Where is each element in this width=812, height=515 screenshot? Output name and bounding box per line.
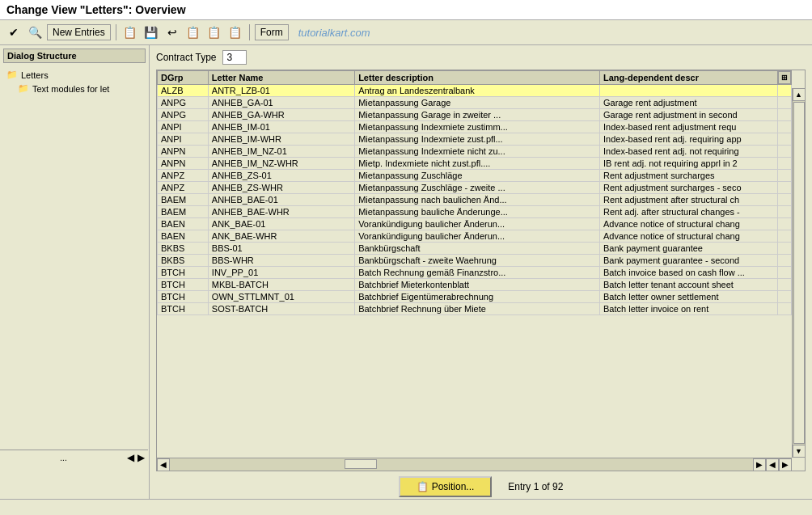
scroll-left-arrow[interactable]: ◀ bbox=[157, 458, 170, 471]
cell-dgrp: ANPG bbox=[158, 109, 209, 121]
cell-dgrp: ANPN bbox=[158, 146, 209, 158]
table-row[interactable]: BTCHMKBL-BATCHBatchbrief Mieterkontenbla… bbox=[158, 279, 792, 291]
cell-letter-desc: Mietanpassung bauliche Änderunge... bbox=[355, 206, 600, 218]
col-header-letter-desc: Letter description bbox=[355, 71, 600, 85]
col-header-dgrp: DGrp bbox=[158, 71, 209, 85]
col-settings-button[interactable]: ⊞ bbox=[778, 71, 791, 84]
table-row[interactable]: BAENANK_BAE-01Vorankündigung baulicher Ä… bbox=[158, 218, 792, 230]
form-button[interactable]: Form bbox=[255, 24, 289, 40]
cell-dgrp: BTCH bbox=[158, 303, 209, 315]
search-icon[interactable]: 🔍 bbox=[26, 23, 44, 41]
save-icon[interactable]: 💾 bbox=[142, 23, 160, 41]
table-row[interactable]: ANPIANHEB_IM-01Mietanpassung Indexmiete … bbox=[158, 121, 792, 133]
table-row[interactable]: BAENANK_BAE-WHRVorankündigung baulicher … bbox=[158, 230, 792, 243]
separator-2 bbox=[249, 24, 250, 40]
cell-empty bbox=[778, 279, 792, 291]
horizontal-scrollbar[interactable]: ◀ ▶ ◀ ▶ bbox=[157, 458, 792, 471]
table-nav-left[interactable]: ◀ bbox=[766, 458, 779, 471]
cell-letter-name: ANK_BAE-WHR bbox=[208, 230, 354, 243]
folder-icon-letters: 📁 bbox=[6, 70, 18, 80]
paste-icon[interactable]: 📋 bbox=[184, 23, 202, 41]
cell-empty bbox=[778, 303, 792, 315]
scroll-thumb-horiz[interactable] bbox=[345, 459, 377, 469]
table-row[interactable]: BKBSBBS-01BankbürgschaftBank payment gua… bbox=[158, 243, 792, 255]
table-row[interactable]: ANPGANHEB_GA-01Mietanpassung GarageGarag… bbox=[158, 97, 792, 109]
letters-table: DGrp Letter Name Letter description Lang… bbox=[157, 70, 792, 315]
check-icon[interactable]: ✔ bbox=[5, 23, 23, 41]
cell-lang-desc: Index-based rent adj. requiring app bbox=[600, 133, 778, 146]
cell-letter-name: ANHEB_GA-WHR bbox=[208, 109, 354, 121]
position-button[interactable]: 📋 Position... bbox=[399, 476, 493, 497]
folder-icon-text: 📁 bbox=[18, 83, 29, 94]
cell-letter-desc: Batch Rechnung gemäß Finanzstro... bbox=[355, 267, 600, 279]
table-row[interactable]: BTCHOWN_STTLMNT_01Batchbrief Eigentümera… bbox=[158, 291, 792, 303]
new-entries-label: New Entries bbox=[53, 27, 105, 38]
cell-letter-desc: Mietp. Indexmiete nicht zust.pfl.... bbox=[355, 158, 600, 170]
cell-letter-name: BBS-WHR bbox=[208, 255, 354, 267]
left-panel: Dialog Structure 📁 Letters 📁 Text module… bbox=[0, 45, 150, 502]
cell-lang-desc: Rent adjustment surcharges - seco bbox=[600, 182, 778, 194]
copy2-icon[interactable]: 📋 bbox=[205, 23, 223, 41]
cell-lang-desc: Advance notice of structural chang bbox=[600, 230, 778, 243]
cell-lang-desc: IB rent adj. not requiring apprl in 2 bbox=[600, 158, 778, 170]
undo-icon[interactable]: ↩ bbox=[163, 23, 181, 41]
cell-dgrp: BAEN bbox=[158, 218, 209, 230]
tree-item-letters[interactable]: 📁 Letters bbox=[3, 68, 146, 82]
cell-lang-desc: Rent adjustment surcharges bbox=[600, 170, 778, 182]
cell-lang-desc: Rent adjustment after structural ch bbox=[600, 194, 778, 206]
cell-empty bbox=[778, 206, 792, 218]
tree-label-text: Text modules for let bbox=[32, 84, 109, 94]
table-row[interactable]: BTCHINV_PP_01Batch Rechnung gemäß Finanz… bbox=[158, 267, 792, 279]
table-row[interactable]: ANPNANHEB_IM_NZ-01Mietanpassung Indexmie… bbox=[158, 146, 792, 158]
table-row[interactable]: ANPZANHEB_ZS-01Mietanpassung ZuschlägeRe… bbox=[158, 170, 792, 182]
copy-icon[interactable]: 📋 bbox=[121, 23, 139, 41]
scroll-down-arrow[interactable]: ▼ bbox=[793, 445, 806, 458]
table-row[interactable]: BAEMANHEB_BAE-01Mietanpassung nach bauli… bbox=[158, 194, 792, 206]
cell-dgrp: BTCH bbox=[158, 267, 209, 279]
cell-empty bbox=[778, 267, 792, 279]
table-row[interactable]: BKBSBBS-WHRBankbürgschaft - zweite Waehr… bbox=[158, 255, 792, 267]
scroll-up-arrow[interactable]: ▲ bbox=[793, 88, 806, 101]
tree-item-text-modules[interactable]: 📁 Text modules for let bbox=[3, 82, 146, 95]
cell-dgrp: BAEM bbox=[158, 194, 209, 206]
table-row[interactable]: ANPNANHEB_IM_NZ-WHRMietp. Indexmiete nic… bbox=[158, 158, 792, 170]
dialog-structure-title: Dialog Structure bbox=[3, 49, 146, 63]
table-row[interactable]: ANPIANHEB_IM-WHRMietanpassung Indexmiete… bbox=[158, 133, 792, 146]
watermark: tutorialkart.com bbox=[298, 27, 370, 39]
table-row[interactable]: BTCHSOST-BATCHBatchbrief Rechnung über M… bbox=[158, 303, 792, 315]
scroll-track[interactable] bbox=[170, 458, 753, 471]
copy3-icon[interactable]: 📋 bbox=[226, 23, 244, 41]
cell-letter-name: SOST-BATCH bbox=[208, 303, 354, 315]
cell-letter-name: ANHEB_GA-01 bbox=[208, 97, 354, 109]
scroll-right-arrow[interactable]: ▶ bbox=[753, 458, 766, 471]
cell-empty bbox=[778, 218, 792, 230]
cell-letter-name: ANK_BAE-01 bbox=[208, 218, 354, 230]
new-entries-button[interactable]: New Entries bbox=[47, 24, 111, 40]
contract-type-label: Contract Type bbox=[156, 52, 216, 63]
scroll-thumb[interactable] bbox=[793, 102, 805, 444]
table-row[interactable]: BAEMANHEB_BAE-WHRMietanpassung bauliche … bbox=[158, 206, 792, 218]
left-nav-next[interactable]: ▶ bbox=[137, 452, 145, 463]
cell-letter-desc: Antrag an Landeszentralbank bbox=[355, 85, 600, 97]
cell-letter-name: ANTR_LZB-01 bbox=[208, 85, 354, 97]
cell-empty bbox=[778, 133, 792, 146]
position-icon: 📋 bbox=[417, 481, 429, 492]
table-row[interactable]: ANPGANHEB_GA-WHRMietanpassung Garage in … bbox=[158, 109, 792, 121]
title-bar: Change View "Letters": Overview bbox=[0, 0, 812, 20]
table-scroll[interactable]: DGrp Letter Name Letter description Lang… bbox=[157, 70, 805, 458]
cell-letter-desc: Mietanpassung Indexmiete zustimm... bbox=[355, 121, 600, 133]
table-nav-right[interactable]: ▶ bbox=[779, 458, 792, 471]
col-settings-header: ⊞ bbox=[778, 71, 792, 85]
cell-dgrp: ANPI bbox=[158, 121, 209, 133]
cell-letter-name: ANHEB_IM-01 bbox=[208, 121, 354, 133]
contract-type-input[interactable] bbox=[222, 50, 247, 65]
vertical-scrollbar[interactable]: ▲ ▼ bbox=[792, 88, 805, 458]
cell-lang-desc: Index-based rent adjustment requ bbox=[600, 121, 778, 133]
table-row[interactable]: ALZBANTR_LZB-01Antrag an Landeszentralba… bbox=[158, 85, 792, 97]
cell-empty bbox=[778, 97, 792, 109]
left-nav-prev[interactable]: ◀ bbox=[127, 452, 134, 463]
cell-dgrp: ANPI bbox=[158, 133, 209, 146]
cell-letter-name: ANHEB_ZS-01 bbox=[208, 170, 354, 182]
cell-letter-name: MKBL-BATCH bbox=[208, 279, 354, 291]
table-row[interactable]: ANPZANHEB_ZS-WHRMietanpassung Zuschläge … bbox=[158, 182, 792, 194]
